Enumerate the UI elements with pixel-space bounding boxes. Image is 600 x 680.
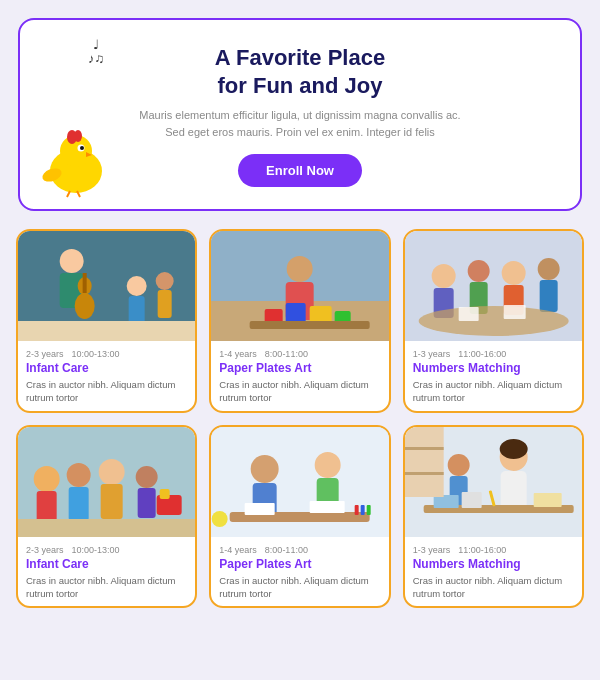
svg-point-34 [467, 260, 489, 282]
card-meta: 1-3 years 11:00-16:00 [413, 545, 574, 555]
svg-point-46 [67, 463, 91, 487]
svg-point-18 [156, 272, 174, 290]
svg-line-8 [67, 191, 70, 197]
card-desc: Cras in auctor nibh. Aliquam dictum rutr… [219, 574, 380, 601]
card-title: Infant Care [26, 361, 187, 375]
card-meta: 2-3 years 10:00-13:00 [26, 349, 187, 359]
svg-point-48 [99, 459, 125, 485]
card-numbers-matching-2[interactable]: 1-3 years 11:00-16:00 Numbers Matching C… [403, 425, 584, 609]
card-title: Numbers Matching [413, 361, 574, 375]
card-photo-group [18, 427, 195, 537]
svg-point-57 [251, 455, 279, 483]
svg-rect-80 [405, 447, 444, 450]
svg-rect-76 [461, 492, 481, 508]
svg-point-38 [537, 258, 559, 280]
svg-point-13 [75, 293, 95, 319]
svg-point-70 [499, 439, 527, 459]
svg-point-6 [74, 130, 82, 142]
card-title: Infant Care [26, 557, 187, 571]
card-title: Paper Plates Art [219, 557, 380, 571]
card-meta: 1-3 years 11:00-16:00 [413, 349, 574, 359]
svg-point-32 [431, 264, 455, 288]
svg-point-59 [315, 452, 341, 478]
card-photo-drawing [211, 427, 388, 537]
svg-rect-79 [405, 427, 444, 497]
card-paper-plates-art-1[interactable]: 1-4 years 8:00-11:00 Paper Plates Art Cr… [209, 229, 390, 413]
svg-point-11 [60, 249, 84, 273]
svg-point-50 [136, 466, 158, 488]
card-desc: Cras in auctor nibh. Aliquam dictum rutr… [219, 378, 380, 405]
music-notes-decoration: ♩♪♫ [88, 38, 104, 67]
hero-description: Mauris elementum efficitur ligula, ut di… [130, 107, 470, 140]
cards-grid-row1: 2-3 years 10:00-13:00 Infant Care Cras i… [16, 229, 584, 608]
svg-rect-20 [18, 321, 195, 341]
svg-rect-66 [367, 505, 371, 515]
svg-rect-63 [310, 501, 345, 513]
svg-rect-77 [533, 493, 561, 507]
card-photo-guitar [18, 231, 195, 341]
svg-rect-19 [158, 290, 172, 318]
svg-rect-30 [250, 321, 370, 329]
hero-section: ♩♪♫ A Favorite Place for Fun and Joy Mau… [18, 18, 582, 211]
svg-point-36 [501, 261, 525, 285]
chick-illustration [34, 119, 114, 199]
card-paper-plates-art-2[interactable]: 1-4 years 8:00-11:00 Paper Plates Art Cr… [209, 425, 390, 609]
card-meta: 2-3 years 10:00-13:00 [26, 545, 187, 555]
courses-section: 2-3 years 10:00-13:00 Infant Care Cras i… [0, 221, 600, 624]
hero-title: A Favorite Place for Fun and Joy [50, 44, 550, 99]
enroll-button[interactable]: Enroll Now [238, 154, 362, 187]
card-photo-blocks [211, 231, 388, 341]
svg-point-24 [287, 256, 313, 282]
svg-rect-47 [69, 487, 89, 521]
card-title: Paper Plates Art [219, 361, 380, 375]
card-photo-reading [405, 231, 582, 341]
svg-rect-62 [245, 503, 275, 515]
card-title: Numbers Matching [413, 557, 574, 571]
svg-point-72 [447, 454, 469, 476]
svg-rect-81 [405, 472, 444, 475]
svg-rect-49 [101, 484, 123, 519]
card-desc: Cras in auctor nibh. Aliquam dictum rutr… [413, 378, 574, 405]
svg-point-67 [212, 511, 228, 527]
card-photo-writing [405, 427, 582, 537]
card-desc: Cras in auctor nibh. Aliquam dictum rutr… [26, 574, 187, 601]
svg-point-44 [34, 466, 60, 492]
card-infant-care-2[interactable]: 2-3 years 10:00-13:00 Infant Care Cras i… [16, 425, 197, 609]
svg-rect-65 [361, 505, 365, 515]
svg-point-40 [418, 306, 568, 336]
card-infant-care-1[interactable]: 2-3 years 10:00-13:00 Infant Care Cras i… [16, 229, 197, 413]
svg-rect-64 [355, 505, 359, 515]
card-meta: 1-4 years 8:00-11:00 [219, 349, 380, 359]
svg-rect-42 [503, 305, 525, 319]
card-meta: 1-4 years 8:00-11:00 [219, 545, 380, 555]
svg-rect-54 [18, 519, 195, 537]
svg-rect-15 [83, 273, 87, 293]
svg-rect-41 [458, 307, 478, 321]
svg-rect-39 [539, 280, 557, 312]
card-desc: Cras in auctor nibh. Aliquam dictum rutr… [413, 574, 574, 601]
svg-rect-51 [138, 488, 156, 518]
card-desc: Cras in auctor nibh. Aliquam dictum rutr… [26, 378, 187, 405]
svg-rect-53 [160, 489, 170, 499]
svg-point-3 [80, 146, 84, 150]
card-numbers-matching-1[interactable]: 1-3 years 11:00-16:00 Numbers Matching C… [403, 229, 584, 413]
svg-rect-45 [37, 491, 57, 523]
svg-point-16 [127, 276, 147, 296]
